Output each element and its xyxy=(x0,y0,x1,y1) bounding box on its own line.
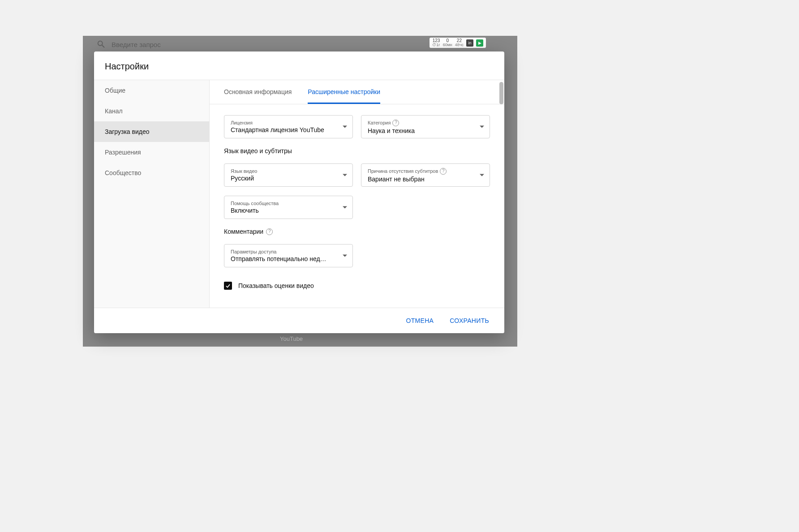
settings-modal: Настройки Общие Канал Загрузка видео Раз… xyxy=(94,51,504,333)
bg-stats: 123⏱1г 060мн 2248чс in ▶ xyxy=(430,38,486,48)
chevron-down-icon xyxy=(343,206,347,209)
sidebar-item-general[interactable]: Общие xyxy=(94,80,209,101)
license-dropdown[interactable]: Лицензия Стандартная лицензия YouTube xyxy=(224,115,353,138)
modal-footer: Отмена Сохранить xyxy=(94,308,504,333)
chevron-down-icon xyxy=(343,126,347,128)
tab-basic-info[interactable]: Основная информация xyxy=(224,80,292,104)
license-label: Лицензия xyxy=(231,120,335,125)
video-language-dropdown[interactable]: Язык видео Русский xyxy=(224,163,353,187)
category-dropdown[interactable]: Категория? Наука и техника xyxy=(361,115,490,138)
tab-advanced[interactable]: Расширенные настройки xyxy=(308,80,380,104)
community-help-value: Включить xyxy=(231,207,335,214)
sidebar-item-channel[interactable]: Канал xyxy=(94,101,209,121)
video-language-label: Язык видео xyxy=(231,168,335,174)
save-button[interactable]: Сохранить xyxy=(443,313,495,328)
bg-search: Введите запрос xyxy=(96,39,161,49)
category-label: Категория? xyxy=(368,120,472,126)
category-value: Наука и техника xyxy=(368,127,472,134)
section-language-title: Язык видео и субтитры xyxy=(224,147,490,154)
chevron-down-icon xyxy=(343,255,347,257)
show-ratings-label: Показывать оценки видео xyxy=(238,282,314,289)
help-icon[interactable]: ? xyxy=(392,120,399,126)
access-params-value: Отправлять потенциально нед… xyxy=(231,255,335,262)
license-value: Стандартная лицензия YouTube xyxy=(231,126,335,133)
chevron-down-icon xyxy=(480,174,484,176)
access-params-label: Параметры доступа xyxy=(231,249,335,254)
chevron-down-icon xyxy=(480,126,484,128)
scrollbar-thumb[interactable] xyxy=(499,82,503,104)
bg-search-placeholder: Введите запрос xyxy=(112,41,161,48)
settings-sidebar: Общие Канал Загрузка видео Разрешения Со… xyxy=(94,80,210,308)
tabs: Основная информация Расширенные настройк… xyxy=(210,80,504,104)
access-params-dropdown[interactable]: Параметры доступа Отправлять потенциальн… xyxy=(224,244,353,267)
community-help-dropdown[interactable]: Помощь сообщества Включить xyxy=(224,196,353,219)
modal-body: Общие Канал Загрузка видео Разрешения Со… xyxy=(94,80,504,308)
sidebar-item-community[interactable]: Сообщество xyxy=(94,163,209,183)
search-icon xyxy=(96,39,106,49)
settings-content: Основная информация Расширенные настройк… xyxy=(210,80,504,308)
video-language-value: Русский xyxy=(231,175,335,182)
bg-icon-play: ▶ xyxy=(476,39,483,47)
cancel-button[interactable]: Отмена xyxy=(400,313,440,328)
section-comments-title: Комментарии? xyxy=(224,228,490,235)
show-ratings-row[interactable]: Показывать оценки видео xyxy=(224,282,490,290)
modal-title: Настройки xyxy=(94,51,504,80)
help-icon[interactable]: ? xyxy=(440,168,447,175)
scrollbar[interactable] xyxy=(498,80,504,308)
check-icon xyxy=(225,283,231,289)
community-help-label: Помощь сообщества xyxy=(231,201,335,206)
show-ratings-checkbox[interactable] xyxy=(224,282,232,290)
caption-reason-value: Вариант не выбран xyxy=(368,176,472,183)
help-icon[interactable]: ? xyxy=(266,228,273,235)
bg-icon-linkedin: in xyxy=(466,39,473,47)
sidebar-item-upload-defaults[interactable]: Загрузка видео xyxy=(94,121,209,142)
caption-reason-label: Причина отсутствия субтитров? xyxy=(368,168,472,175)
sidebar-item-permissions[interactable]: Разрешения xyxy=(94,142,209,163)
caption-reason-dropdown[interactable]: Причина отсутствия субтитров? Вариант не… xyxy=(361,163,490,187)
bg-footer: YouTube xyxy=(280,335,303,342)
chevron-down-icon xyxy=(343,174,347,176)
